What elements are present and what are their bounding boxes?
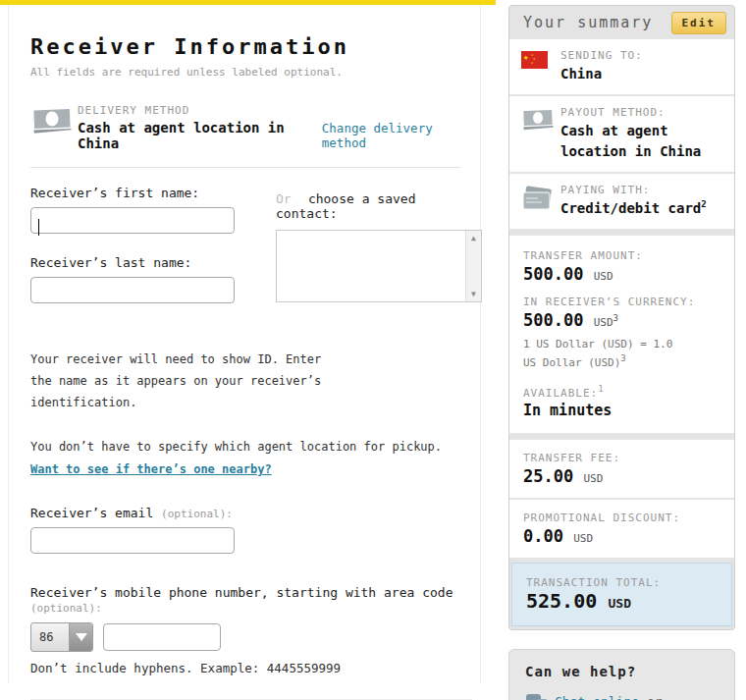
footnote-3: 3 [613,313,618,323]
last-name-input[interactable] [30,277,235,303]
agent-location-note: You don’t have to specify which agent lo… [30,440,460,454]
change-delivery-method-link[interactable]: Change delivery method [322,121,460,150]
edit-button[interactable]: Edit [671,12,727,34]
footnote-3: 3 [620,353,625,363]
transfer-fee-section: TRANSFER FEE: 25.00 USD [509,440,734,498]
transfer-amount-label: TRANSFER AMOUNT: [523,249,722,262]
summary-row-paying-with: PAYING WITH: Credit/debit card2 [509,174,734,229]
discount-value: 0.00 [523,526,563,546]
phone-number-input[interactable] [103,623,221,651]
chat-online-link[interactable]: Chat online [555,694,639,700]
credit-cards-icon [521,184,560,219]
listbox-scrollbar[interactable]: ▲ ▼ [465,231,481,301]
footnote-1: 1 [598,384,604,394]
first-name-input[interactable] [30,207,235,234]
email-optional-label: (optional): [161,508,233,520]
summary-title: Your summary [523,14,653,31]
phone-hint: Don’t include hyphens. Example: 44455599… [30,661,460,675]
cash-banknote-icon [521,106,560,162]
summary-sidebar: Your summary Edit ★ ★ ★ ★ SENDING TO: Ch… [508,5,735,700]
phone-label: Receiver’s mobile phone number, starting… [30,585,453,600]
available-value: In minutes [523,402,722,419]
divider [30,167,460,168]
saved-contact-listbox[interactable]: ▲ ▼ [276,230,482,302]
receiver-currency-label: IN RECEIVER’S CURRENCY: [523,296,722,308]
id-note: Your receiver will need to show ID. Ente… [30,349,325,414]
summary-amounts-section: TRANSFER AMOUNT: 500.00 USD IN RECEIVER’… [509,236,734,433]
page-title: Receiver Information [30,34,460,59]
receiver-information-panel: Receiver Information All fields are requ… [8,5,481,682]
transfer-fee-value: 25.00 [523,466,573,486]
summary-row-sending-to: ★ ★ ★ ★ SENDING TO: China [509,39,734,94]
promotional-discount-section: PROMOTIONAL DISCOUNT: 0.00 USD [509,500,734,558]
delivery-method-section: DELIVERY METHOD Cash at agent location i… [30,104,460,151]
scroll-up-icon[interactable]: ▲ [471,234,476,242]
cash-banknote-icon [30,106,78,138]
email-input[interactable] [30,527,235,554]
can-we-help-box: Can we help? Chat online or [508,649,735,700]
country-code-select[interactable]: 86 [30,622,93,652]
exchange-rate-note: 1 US Dollar (USD) = 1.0 US Dollar (USD)3 [523,338,722,370]
svg-text:★: ★ [523,52,529,62]
country-code-value: 86 [31,623,69,651]
phone-optional-label: (optional): [30,602,102,615]
delivery-method-label: DELIVERY METHOD [78,104,460,117]
scroll-down-icon[interactable]: ▼ [471,290,476,298]
agent-nearby-link[interactable]: Want to see if there’s one nearby? [30,462,272,476]
saved-contact-section: Or choose a saved contact: ▲ ▼ [276,191,482,302]
email-label: Receiver’s email [30,506,153,520]
transaction-total-section: TRANSACTION TOTAL: 525.00 USD [511,563,732,626]
transfer-amount-value: 500.00 [523,264,583,284]
footnote-2: 2 [701,199,706,209]
delivery-method-value: Cash at agent location in China [78,120,296,151]
saved-contact-label: choose a saved contact: [276,191,415,221]
summary-row-payout-method: PAYOUT METHOD: Cash at agent location in… [509,96,734,172]
transaction-total-value: 525.00 [526,589,597,613]
available-label: AVAILABLE:1 [523,384,722,400]
required-fields-note: All fields are required unless labeled o… [30,66,460,79]
chevron-down-icon[interactable] [69,623,92,651]
help-title: Can we help? [525,664,720,679]
chat-bubbles-icon [525,692,555,700]
or-label: Or [276,191,292,206]
receiver-amount-value: 500.00 [523,310,583,330]
china-flag-icon: ★ ★ ★ ★ [521,49,560,84]
text-caret [38,219,39,236]
